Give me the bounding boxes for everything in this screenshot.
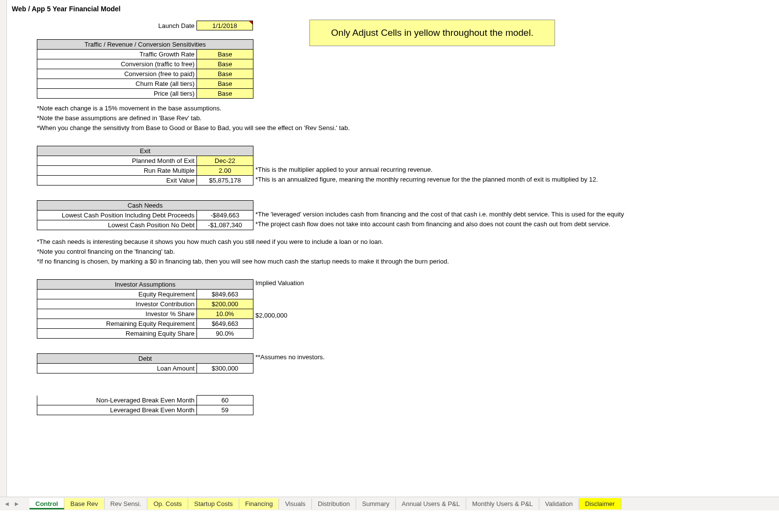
inv-label: Equity Requirement xyxy=(37,290,197,299)
inv-label: Investor % Share xyxy=(37,309,197,319)
launch-date-input[interactable]: 1/1/2018 xyxy=(196,21,253,30)
be-label: Non-Leveraged Break Even Month xyxy=(37,396,197,405)
sheet-tab-startup-costs[interactable]: Startup Costs xyxy=(188,498,239,509)
launch-date-label: Launch Date xyxy=(37,22,196,29)
debt-table: Debt Loan Amount$300,000 xyxy=(37,353,253,373)
content-region: Launch Date 1/1/2018 Traffic / Revenue /… xyxy=(37,21,779,415)
sens-label: Churn Rate (all tiers) xyxy=(37,79,197,89)
sheet-tab-strip: ◄ ► Control Base Rev Rev Sensi. Op. Cost… xyxy=(0,497,779,510)
cash-value: -$1,087,340 xyxy=(197,220,253,230)
exit-header: Exit xyxy=(37,146,253,156)
be-value: 60 xyxy=(197,396,253,405)
sens-label: Price (all tiers) xyxy=(37,89,197,99)
implied-valuation-value: $2,000,000 xyxy=(253,312,304,322)
sheet-tab-rev-sensi[interactable]: Rev Sensi. xyxy=(105,498,148,509)
exit-value[interactable]: 2.00 xyxy=(197,166,253,176)
exit-value[interactable]: Dec-22 xyxy=(197,156,253,166)
implied-valuation-header: Implied Valuation xyxy=(253,279,304,290)
note-line: *The cash needs is interesting because i… xyxy=(37,237,779,247)
tab-nav-next-icon[interactable]: ► xyxy=(12,500,22,507)
debt-label: Loan Amount xyxy=(37,364,197,373)
exit-label: Run Rate Multiple xyxy=(37,166,197,176)
inv-value[interactable]: $200,000 xyxy=(197,299,253,309)
cash-note: *The 'leveraged' version includes cash f… xyxy=(253,211,624,220)
inv-label: Investor Contribution xyxy=(37,299,197,309)
sheet-tab-summary[interactable]: Summary xyxy=(356,498,396,509)
sens-value[interactable]: Base xyxy=(197,59,253,69)
debt-side-note: **Assumes no investors. xyxy=(253,353,325,364)
cash-value: -$849,663 xyxy=(197,211,253,220)
note-line: *When you change the sensitivty from Bas… xyxy=(37,123,779,133)
be-label: Leveraged Break Even Month xyxy=(37,405,197,415)
inv-value: $649,663 xyxy=(197,319,253,329)
note-line: *Note the base assumptions are defined i… xyxy=(37,113,779,123)
cash-header: Cash Needs xyxy=(37,201,253,211)
sheet-tab-annual-users-pl[interactable]: Annual Users & P&L xyxy=(396,498,467,509)
debt-header: Debt xyxy=(37,354,253,364)
cash-label: Lowest Cash Position No Debt xyxy=(37,220,197,230)
cash-needs-table: Cash Needs Lowest Cash Position Includin… xyxy=(37,200,253,230)
sheet-tab-base-rev[interactable]: Base Rev xyxy=(64,498,104,509)
investor-table: Investor Assumptions Equity Requirement$… xyxy=(37,279,253,339)
sheet-tab-visuals[interactable]: Visuals xyxy=(279,498,312,509)
sheet-tab-disclaimer[interactable]: Disclaimer xyxy=(579,498,621,509)
cash-label: Lowest Cash Position Including Debt Proc… xyxy=(37,211,197,220)
sens-value[interactable]: Base xyxy=(197,89,253,99)
inv-note xyxy=(253,301,304,312)
inv-label: Remaining Equity Share xyxy=(37,329,197,339)
exit-note xyxy=(253,156,598,166)
tab-nav-prev-icon[interactable]: ◄ xyxy=(2,500,12,507)
sensitivities-header: Traffic / Revenue / Conversion Sensitivi… xyxy=(37,40,253,50)
sens-label: Conversion (free to paid) xyxy=(37,69,197,79)
instruction-note: Only Adjust Cells in yellow throughout t… xyxy=(309,20,555,46)
sens-value[interactable]: Base xyxy=(197,69,253,79)
inv-value[interactable]: 10.0% xyxy=(197,309,253,319)
sheet-tab-op-costs[interactable]: Op. Costs xyxy=(147,498,188,509)
exit-note: *This is the multiplier applied to your … xyxy=(253,166,598,176)
inv-label: Remaining Equity Requirement xyxy=(37,319,197,329)
exit-label: Planned Month of Exit xyxy=(37,156,197,166)
sheet-tab-distribution[interactable]: Distribution xyxy=(312,498,356,509)
cash-note: *The project cash flow does not take int… xyxy=(253,220,624,230)
sensitivities-table: Traffic / Revenue / Conversion Sensitivi… xyxy=(37,39,253,99)
cash-notes: *The cash needs is interesting because i… xyxy=(37,237,779,266)
exit-label: Exit Value xyxy=(37,176,197,186)
sensitivities-notes: *Note each change is a 15% movement in t… xyxy=(37,104,779,133)
sens-label: Conversion (traffic to free) xyxy=(37,59,197,69)
note-line: *Note each change is a 15% movement in t… xyxy=(37,104,779,113)
sheet-tab-validation[interactable]: Validation xyxy=(539,498,579,509)
row-gutter xyxy=(0,0,7,510)
inv-value: 90.0% xyxy=(197,329,253,339)
note-line: *Note you control financing on the 'fina… xyxy=(37,247,779,257)
sheet-tab-financing[interactable]: Financing xyxy=(239,498,279,509)
exit-value: $5,875,178 xyxy=(197,176,253,186)
investor-header: Investor Assumptions xyxy=(37,280,253,290)
breakeven-table: Non-Leveraged Break Even Month60 Leverag… xyxy=(37,395,253,415)
sens-label: Traffic Growth Rate xyxy=(37,50,197,59)
sheet-tab-monthly-users-pl[interactable]: Monthly Users & P&L xyxy=(466,498,539,509)
note-line: *If no financing is chosen, by marking a… xyxy=(37,257,779,266)
inv-note xyxy=(253,290,304,301)
page-title: Web / App 5 Year Financial Model xyxy=(12,5,779,13)
sens-value[interactable]: Base xyxy=(197,79,253,89)
be-value: 59 xyxy=(197,405,253,415)
debt-value: $300,000 xyxy=(197,364,253,373)
exit-table: Exit Planned Month of ExitDec-22 Run Rat… xyxy=(37,146,253,186)
inv-value: $849,663 xyxy=(197,290,253,299)
worksheet-area: Web / App 5 Year Financial Model Only Ad… xyxy=(0,0,779,510)
exit-note: *This is an annualized figure, meaning t… xyxy=(253,176,598,186)
sheet-tab-control[interactable]: Control xyxy=(29,498,64,509)
sens-value[interactable]: Base xyxy=(197,50,253,59)
